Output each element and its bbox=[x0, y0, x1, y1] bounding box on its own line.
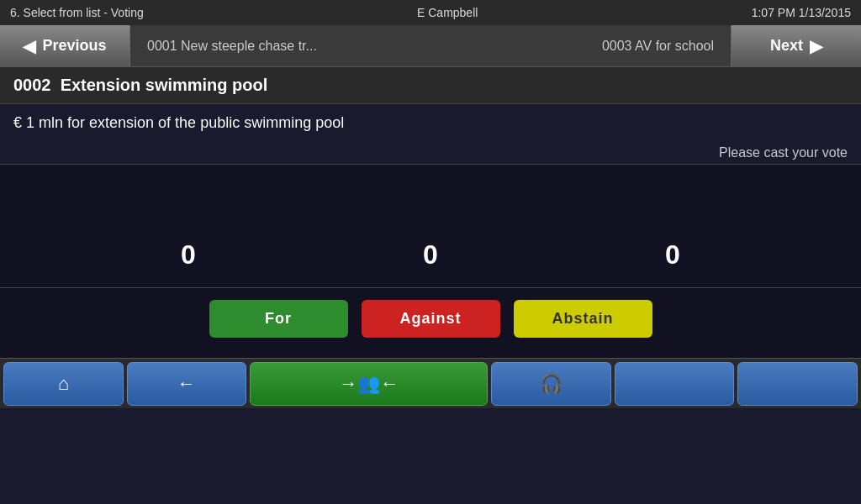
abstain-button[interactable]: Abstain bbox=[514, 300, 652, 338]
back-button[interactable]: ← bbox=[127, 362, 247, 406]
status-bar: 6. Select from list - Voting E Campbell … bbox=[0, 0, 861, 25]
back-icon: ← bbox=[177, 373, 196, 395]
next-arrow-icon: ▶ bbox=[810, 36, 822, 56]
prev-arrow-icon: ◀ bbox=[23, 36, 35, 56]
user-name: E Campbell bbox=[417, 6, 478, 19]
item-number: 0002 bbox=[13, 76, 51, 94]
item-description: € 1 mln for extension of the public swim… bbox=[0, 104, 861, 142]
for-button[interactable]: For bbox=[209, 300, 348, 338]
item-title: Extension swimming pool bbox=[61, 76, 268, 94]
previous-button[interactable]: ◀ Previous bbox=[0, 25, 130, 66]
extra-button-1[interactable] bbox=[615, 362, 735, 406]
home-button[interactable]: ⌂ bbox=[3, 362, 124, 406]
center-nav: 0001 New steeple chase tr... 0003 AV for… bbox=[130, 39, 731, 54]
extra-button-2[interactable] bbox=[737, 362, 858, 406]
nav-bar: ◀ Previous 0001 New steeple chase tr... … bbox=[0, 25, 861, 67]
against-button[interactable]: Against bbox=[362, 300, 500, 338]
for-count: 0 bbox=[104, 239, 272, 270]
next-label: Next bbox=[770, 37, 803, 55]
next-item-label: 0003 AV for school bbox=[602, 39, 714, 54]
against-count: 0 bbox=[346, 239, 515, 270]
datetime: 1:07 PM 1/13/2015 bbox=[752, 6, 851, 19]
vote-counts-row: 0 0 0 bbox=[0, 223, 861, 288]
headphones-icon: 🎧 bbox=[540, 373, 563, 395]
transfer-button[interactable]: →👥← bbox=[250, 362, 488, 406]
description-text: € 1 mln for extension of the public swim… bbox=[13, 114, 344, 131]
item-header: 0002 Extension swimming pool bbox=[0, 67, 861, 104]
main-content: 0 0 0 For Against Abstain bbox=[0, 165, 861, 358]
headphones-button[interactable]: 🎧 bbox=[491, 362, 611, 406]
vote-prompt-text: Please cast your vote bbox=[719, 145, 848, 160]
previous-label: Previous bbox=[42, 37, 106, 55]
bottom-toolbar: ⌂ ← →👥← 🎧 bbox=[0, 358, 861, 408]
vote-buttons-row: For Against Abstain bbox=[0, 288, 861, 349]
app-title: 6. Select from list - Voting bbox=[10, 6, 144, 19]
next-button[interactable]: Next ▶ bbox=[731, 25, 861, 66]
previous-item-label: 0001 New steeple chase tr... bbox=[147, 39, 317, 54]
transfer-icon: →👥← bbox=[339, 373, 399, 395]
abstain-count: 0 bbox=[589, 239, 757, 270]
home-icon: ⌂ bbox=[58, 373, 69, 395]
vote-prompt: Please cast your vote bbox=[0, 142, 861, 165]
